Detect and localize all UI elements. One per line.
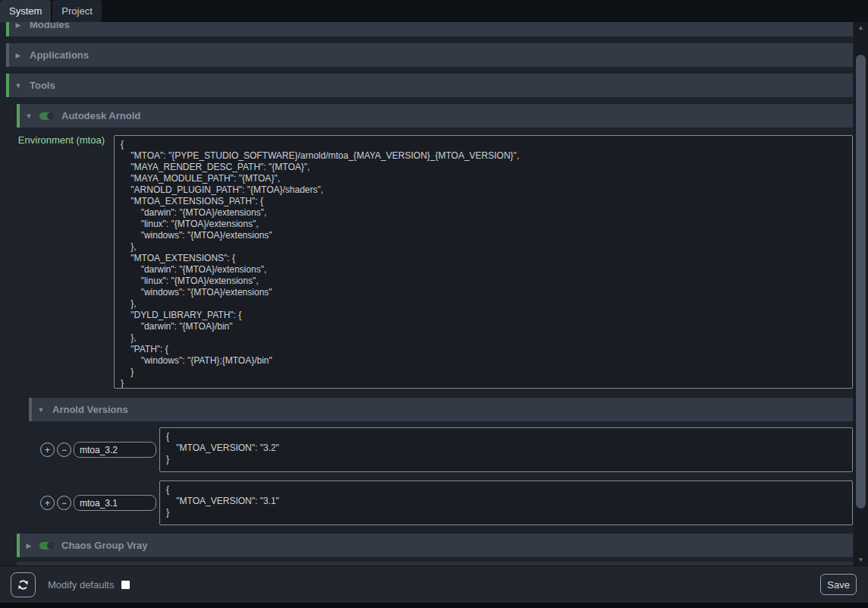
chevron-down-icon[interactable]: ▼ — [14, 82, 23, 90]
remove-version-button[interactable]: − — [57, 496, 71, 510]
tab-project[interactable]: Project — [52, 0, 101, 22]
section-label-autodesk-arnold: Autodesk Arnold — [61, 110, 140, 121]
chevron-right-icon[interactable]: ▶ — [24, 542, 33, 550]
arnold-version-row: + − { "MTOA_VERSION": "3.1" } — [29, 480, 853, 526]
vertical-scrollbar[interactable]: ▲ ▼ — [854, 22, 868, 565]
arnold-enabled-toggle[interactable] — [39, 112, 55, 120]
add-version-button[interactable]: + — [40, 443, 55, 457]
section-header-autodesk-arnold[interactable]: ▼ Autodesk Arnold — [17, 104, 853, 128]
tab-bar: System Project — [0, 0, 868, 22]
environment-mtoa-editor[interactable]: { "MTOA": "{PYPE_STUDIO_SOFTWARE}/arnold… — [114, 135, 853, 389]
modified-state-bar — [17, 534, 20, 557]
refresh-icon — [17, 578, 30, 591]
vray-enabled-toggle[interactable] — [39, 542, 55, 550]
scroll-up-arrow-icon[interactable]: ▲ — [854, 22, 868, 33]
scrollbar-thumb[interactable] — [856, 55, 866, 509]
version-env-json[interactable]: { "MTOA_VERSION": "3.1" } — [160, 481, 852, 521]
modify-defaults-label: Modify defaults — [48, 579, 114, 591]
environment-mtoa-json[interactable]: { "MTOA": "{PYPE_STUDIO_SOFTWARE}/arnold… — [115, 136, 852, 389]
modified-state-bar — [6, 43, 9, 67]
version-name-input[interactable] — [74, 495, 156, 511]
section-header-arnold-versions[interactable]: ▼ Arnold Versions — [29, 398, 853, 421]
section-label-arnold-versions: Arnold Versions — [52, 404, 128, 415]
chevron-right-icon[interactable]: ▶ — [14, 52, 23, 59]
section-header-chaos-group-vray[interactable]: ▶ Chaos Group Vray — [17, 534, 853, 557]
version-env-editor[interactable]: { "MTOA_VERSION": "3.1" } — [159, 480, 853, 525]
modified-state-bar — [17, 104, 20, 128]
section-header-applications[interactable]: ▶ Applications — [6, 43, 853, 67]
footer-bar: Modify defaults Save — [0, 565, 868, 603]
toggle-knob — [47, 542, 55, 550]
section-label-modules: Modules — [30, 22, 70, 30]
section-header-tools[interactable]: ▼ Tools — [6, 74, 853, 97]
modified-state-bar — [6, 22, 9, 36]
section-modules-clipped: ▶ Modules — [6, 22, 853, 36]
version-name-input[interactable] — [74, 442, 156, 458]
tab-system[interactable]: System — [0, 0, 51, 22]
add-version-button[interactable]: + — [40, 496, 55, 510]
section-label-tools: Tools — [30, 80, 55, 91]
modified-state-bar — [29, 398, 32, 421]
version-env-editor[interactable]: { "MTOA_VERSION": "3.2" } — [159, 427, 853, 472]
chevron-down-icon[interactable]: ▼ — [36, 406, 46, 414]
refresh-button[interactable] — [11, 572, 36, 597]
arnold-version-row: + − { "MTOA_VERSION": "3.2" } — [29, 427, 853, 473]
environment-mtoa-label: Environment (mtoa) — [6, 134, 105, 146]
window-bottom-edge — [0, 603, 868, 608]
modify-defaults-checkbox[interactable] — [121, 581, 130, 589]
chevron-down-icon[interactable]: ▼ — [24, 112, 33, 120]
section-label-applications: Applications — [30, 49, 89, 61]
settings-scroll-area: ▶ Modules ▶ Applications ▼ Tools ▼ Autod… — [0, 22, 868, 565]
toggle-knob — [47, 112, 55, 120]
section-label-chaos-group-vray: Chaos Group Vray — [61, 540, 147, 551]
scroll-down-arrow-icon[interactable]: ▼ — [854, 554, 868, 565]
remove-version-button[interactable]: − — [57, 443, 71, 457]
version-env-json[interactable]: { "MTOA_VERSION": "3.2" } — [160, 428, 852, 468]
save-button[interactable]: Save — [820, 574, 857, 595]
chevron-right-icon[interactable]: ▶ — [14, 22, 23, 29]
section-header-modules[interactable]: ▶ Modules — [6, 22, 853, 36]
modified-state-bar — [6, 74, 9, 97]
